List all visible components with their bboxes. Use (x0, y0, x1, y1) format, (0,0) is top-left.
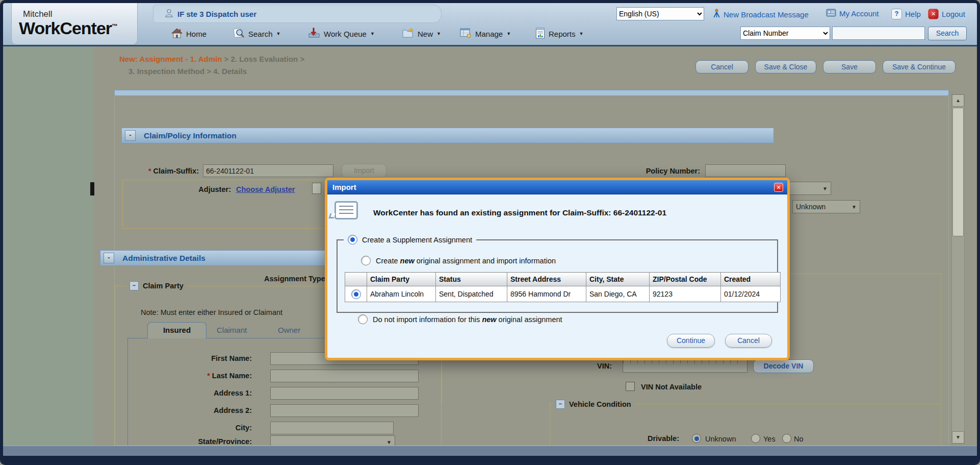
dialog-continue-button[interactable]: Continue (667, 334, 715, 348)
vehicle-condition-legend: − Vehicle Condition (553, 400, 634, 409)
tab-content-left-border (127, 338, 128, 446)
col-street-address: Street Address (507, 273, 586, 286)
collapse-group-icon[interactable]: − (130, 281, 139, 290)
logged-in-user-tab: IF ste 3 Dispatch user (153, 5, 442, 23)
cell-created: 01/12/2024 (721, 286, 781, 302)
drivable-no-radio[interactable] (782, 434, 791, 443)
nav-manage[interactable]: Manage ▼ (460, 26, 511, 42)
brand-workcenter: WorkCenter™ (19, 18, 117, 38)
bottom-window-bar (3, 456, 977, 463)
collapse-section-icon[interactable]: - (104, 253, 114, 263)
logout-label: Logout (942, 10, 965, 18)
message-bubble-icon (334, 201, 358, 219)
unknown-select-value: Unknown (796, 203, 826, 211)
cell-status: Sent, Dispatched (436, 286, 507, 302)
collapse-group-icon[interactable]: − (556, 400, 565, 409)
drivable-unknown-label: Unknown (705, 435, 736, 443)
help-label: Help (905, 10, 921, 18)
choose-adjuster-link[interactable]: Choose Adjuster (236, 185, 295, 193)
vin-not-available-checkbox[interactable] (626, 382, 635, 391)
save-and-close-button[interactable]: Save & Close (755, 60, 816, 74)
chevron-down-icon: ▼ (852, 204, 857, 210)
close-icon[interactable]: ✕ (774, 183, 783, 192)
import-dialog-titlebar[interactable]: Import (327, 180, 787, 194)
drivable-yes-radio[interactable] (751, 434, 760, 443)
first-name-label: First Name: (168, 354, 252, 362)
do-not-import-radio[interactable] (358, 314, 368, 324)
policy-number-input[interactable] (705, 164, 786, 177)
create-supplement-radio-selected[interactable] (348, 235, 357, 244)
drivable-unknown-radio[interactable] (692, 434, 701, 443)
search-category-select[interactable]: Claim Number (740, 27, 830, 40)
help-icon: ? (891, 9, 902, 19)
brand-mitchell: Mitchell (23, 9, 53, 19)
tab-insured[interactable]: Insured (147, 322, 207, 338)
nav-work-queue[interactable]: Work Queue ▼ (308, 26, 375, 42)
import-dialog-title: Import (332, 183, 356, 191)
my-account-link[interactable]: My Account (826, 9, 879, 18)
decode-vin-button[interactable]: Decode VIN (753, 359, 814, 373)
save-and-continue-button[interactable]: Save & Continue (883, 60, 956, 74)
workcenter-logo: Mitchell WorkCenter™ (11, 3, 138, 45)
tab-owner[interactable]: Owner (278, 326, 300, 334)
admin-details-section-title: Administrative Details (122, 254, 205, 263)
nav-home-label: Home (186, 30, 207, 38)
nav-work-queue-label: Work Queue (324, 30, 367, 38)
new-import-option-row: Create new original assignment and impor… (361, 256, 556, 265)
required-asterisk: * (207, 372, 210, 380)
quick-search-input[interactable] (832, 27, 925, 40)
top-header-bar: Mitchell WorkCenter™ IF ste 3 Dispatch u… (3, 3, 977, 45)
nav-search-label: Search (248, 30, 273, 38)
cancel-button[interactable]: Cancel (695, 60, 749, 74)
address1-input[interactable] (270, 387, 419, 400)
address2-input[interactable] (270, 404, 419, 417)
drivable-yes-label: Yes (763, 435, 776, 443)
create-new-import-radio[interactable] (361, 256, 371, 265)
existing-assignment-table: Claim Party Status Street Address City, … (345, 272, 781, 302)
cell-street-address: 8956 Hammond Dr (507, 286, 586, 302)
logout-link[interactable]: ✕ Logout (928, 9, 965, 19)
claim-suffix-input[interactable] (203, 164, 333, 177)
nav-search[interactable]: Search ▼ (233, 26, 280, 42)
broadcast-icon (713, 9, 720, 20)
left-sidebar-panel (3, 46, 94, 446)
nav-new-label: New (418, 30, 433, 38)
scrollbar-thumb[interactable] (952, 108, 964, 236)
import-button-disabled[interactable]: Import (342, 164, 386, 178)
breadcrumb-trail: > 2. Loss Evaluation > (222, 55, 304, 63)
language-select[interactable]: English (US) (616, 7, 704, 20)
dialog-cancel-button[interactable]: Cancel (725, 334, 772, 348)
new-broadcast-message-link[interactable]: New Broadcast Message (713, 9, 809, 20)
manage-grid-icon (460, 28, 472, 40)
nav-new[interactable]: New ▼ (402, 26, 441, 42)
table-row: Abraham Lincoln Sent, Dispatched 8956 Ha… (345, 286, 781, 302)
last-name-label: *Last Name: (168, 372, 252, 380)
vehicle-condition-group-border (550, 404, 941, 446)
drivable-label: Drivable: (614, 434, 679, 443)
vin-input[interactable] (623, 360, 747, 373)
scroll-down-button[interactable]: ▼ (952, 431, 964, 444)
new-folder-icon (402, 28, 414, 40)
nav-home[interactable]: Home (171, 26, 207, 42)
assignment-row-radio-selected[interactable] (351, 289, 361, 299)
scroll-up-button[interactable]: ▲ (952, 94, 964, 107)
nav-reports[interactable]: Reports ▼ (535, 26, 583, 42)
last-name-input[interactable] (270, 370, 419, 382)
save-button[interactable]: Save (823, 60, 876, 74)
city-input[interactable] (270, 422, 394, 434)
help-link[interactable]: ? Help (891, 9, 921, 19)
import-dialog-message: WorkCenter has found an existing assignm… (373, 208, 666, 217)
unknown-select[interactable]: Unknown▼ (792, 200, 860, 213)
tab-claimant[interactable]: Claimant (217, 326, 247, 334)
panel-splitter-handle[interactable] (90, 182, 94, 195)
quick-search-button[interactable]: Search (928, 27, 967, 40)
nav-reports-label: Reports (549, 30, 576, 38)
col-city-state: City, State (586, 273, 650, 286)
workcenter-app: { "header": { "brand": "Mitchell", "prod… (0, 0, 980, 465)
table-header-row: Claim Party Status Street Address City, … (345, 273, 781, 286)
chevron-down-icon: ▼ (276, 31, 281, 36)
row-select-cell (345, 286, 367, 302)
vertical-scrollbar[interactable]: ▲ ▼ (951, 94, 965, 444)
breadcrumb-line2: 3. Inspection Method > 4. Details (128, 67, 247, 76)
collapse-section-icon[interactable]: - (125, 130, 136, 141)
